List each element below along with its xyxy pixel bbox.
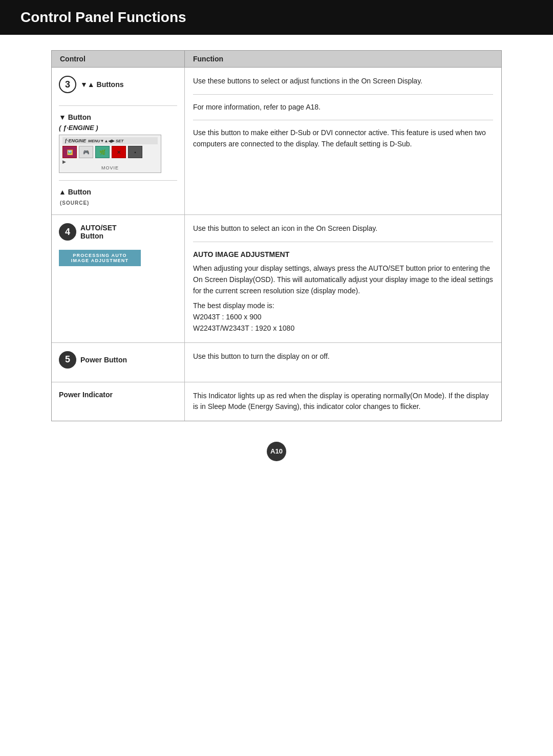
source-label: (SOURCE) [60,200,89,206]
engine-arrow: ▶ [62,159,158,164]
processing-line2: IMAGE ADJUSTMENT [64,258,136,263]
badge-5: 5 [59,351,76,369]
engine-display: ƒ·ENGINE MENU▼▲◀▶ SET 🖼️ 🎮 🌿 ✕ ▪ ▶ MOVIE [59,135,161,173]
func-down-section: For more information, refer to page A18. [193,94,493,113]
page-footer: A10 [0,442,553,477]
best-display-text: The best display mode is: [193,300,493,312]
power-button-label: Power Button [80,356,127,364]
engine-movie-label: MOVIE [62,165,158,170]
engine-icons: 🖼️ 🎮 🌿 ✕ ▪ [62,146,158,158]
engine-top-bar: ƒ·ENGINE MENU▼▲◀▶ SET [62,137,158,144]
engine-icon-1: 🖼️ [62,146,77,158]
up-button-row: ▲ Button [59,188,177,196]
func-up-section: Use this button to make either D-Sub or … [193,120,493,149]
engine-icon-4: ✕ [112,146,126,158]
processing-line1: PROCESSING AUTO [64,253,136,258]
processing-box: PROCESSING AUTO IMAGE ADJUSTMENT [59,250,141,266]
table-row-5: 5 Power Button Use this button to turn t… [52,343,501,382]
func-down-text: For more information, refer to page A18. [193,102,493,113]
row3-badge-buttons: 3 ▼▲ Buttons [59,76,123,93]
col-function-header: Function [185,51,501,67]
autoset-func-text: Use this button to select an icon in the… [193,223,493,234]
up-button-label: ▲ Button [59,188,91,196]
power-indicator-label: Power Indicator [59,391,113,399]
page-header: Control Panel Functions [0,0,553,35]
mode1-text: W2043T : 1600 x 900 [193,312,493,323]
auto-image-section: AUTO IMAGE ADJUSTMENT When adjusting you… [193,242,493,334]
autoset-button-label: Button [80,232,117,240]
table-row-4: 4 AUTO/SET Button PROCESSING AUTO IMAGE … [52,215,501,343]
func-cell-3: Use these buttons to select or adjust fu… [185,68,501,214]
main-table: Control Function 3 ▼▲ Buttons ▼ Button (… [51,50,502,421]
badge-4: 4 [59,223,76,241]
func-buttons-text: Use these buttons to select or adjust fu… [193,76,493,87]
engine-icon-3: 🌿 [95,146,110,158]
func-cell-5: Use this button to turn the display on o… [185,343,501,382]
autoset-label: AUTO/SET [80,224,117,232]
power-button-func: Use this button to turn the display on o… [193,351,493,362]
ctrl-cell-3: 3 ▼▲ Buttons ▼ Button ( ƒ·ENGINE ) ƒ·ENG… [52,68,185,214]
ctrl-cell-pi: Power Indicator [52,382,185,421]
buttons-label: ▼▲ Buttons [80,80,123,89]
func-cell-pi: This Indicator lights up as red when the… [185,382,501,421]
down-button-label: ▼ Button [59,113,91,121]
row5-badge-area: 5 Power Button [59,351,127,369]
down-button-row: ▼ Button [59,113,177,121]
row4-badge-area: 4 AUTO/SET Button [59,223,117,241]
page-number-label: A10 [270,447,283,455]
table-header-row: Control Function [52,51,501,68]
mode2-text: W2243T/W2343T : 1920 x 1080 [193,323,493,334]
engine-icon-2: 🎮 [79,146,93,158]
engine-icon-5: ▪ [128,146,142,158]
power-indicator-func: This Indicator lights up as red when the… [193,391,493,413]
page-title: Control Panel Functions [20,9,186,25]
func-up-text: Use this button to make either D-Sub or … [193,127,493,149]
page-number-badge: A10 [267,442,286,461]
auto-image-heading: AUTO IMAGE ADJUSTMENT [193,249,493,261]
engine-label: ( ƒ·ENGINE ) [59,123,177,132]
table-row-3: 3 ▼▲ Buttons ▼ Button ( ƒ·ENGINE ) ƒ·ENG… [52,68,501,215]
up-button-section: ▲ Button (SOURCE) [59,180,177,206]
autoset-label-block: AUTO/SET Button [80,224,117,240]
auto-image-body: When adjusting your display settings, al… [193,263,493,296]
col-control-header: Control [52,51,185,67]
table-row-power-indicator: Power Indicator This Indicator lights up… [52,382,501,421]
ctrl-cell-5: 5 Power Button [52,343,185,382]
down-button-section: ▼ Button ( ƒ·ENGINE ) ƒ·ENGINE MENU▼▲◀▶ … [59,105,177,173]
func-cell-4: Use this button to select an icon in the… [185,215,501,342]
badge-3: 3 [59,76,76,93]
ctrl-cell-4: 4 AUTO/SET Button PROCESSING AUTO IMAGE … [52,215,185,342]
